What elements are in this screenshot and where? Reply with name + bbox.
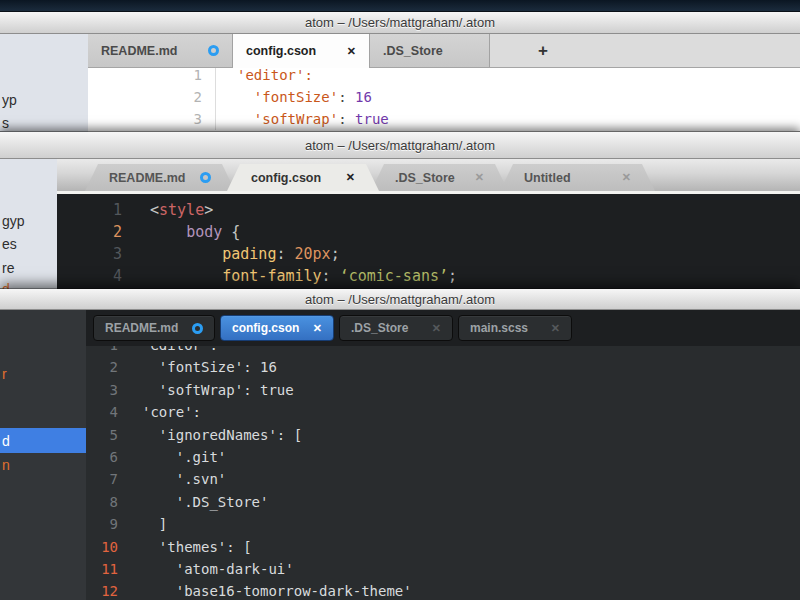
code-text: 'core': [118, 401, 800, 423]
code-line: 4 font-family: ‘comic-sans’; [57, 265, 800, 287]
tab-config-cson[interactable]: config.cson ✕ [233, 34, 370, 68]
editor-pane[interactable]: 1<style>2 body {3 pading: 20px;4 font-fa… [57, 194, 800, 290]
tab-readme-md[interactable]: README.md [85, 164, 235, 191]
line-number: 2 [86, 356, 118, 378]
tab-label: Untitled [524, 171, 571, 185]
tab-label: config.cson [251, 171, 321, 185]
atom-window-middle: atom – /Users/mattgraham/.atom gyp es re… [0, 131, 800, 290]
tab-config-cson[interactable]: config.cson ✕ [227, 164, 379, 191]
code-line: 2 'fontSize': 16 [86, 356, 800, 378]
line-number: 2 [88, 86, 216, 108]
tree-view[interactable]: gyp es re d [0, 159, 57, 290]
line-number: 3 [88, 108, 216, 130]
tab-ds-store[interactable]: .DS_Store ✕ [339, 315, 453, 341]
code-text: 'fontSize': 16 [118, 356, 800, 378]
titlebar[interactable]: atom – /Users/mattgraham/.atom [0, 132, 800, 159]
tab-bar: README.md config.cson ✕ .DS_Store ✕ main… [86, 310, 800, 346]
tab-readme-md[interactable]: README.md [88, 34, 233, 67]
atom-window-top: atom – /Users/mattgraham/.atom yp s READ… [0, 11, 800, 136]
code-line: 3 pading: 20px; [57, 243, 800, 265]
tab-untitled[interactable]: Untitled ✕ [500, 164, 655, 191]
line-number: 1 [86, 346, 118, 356]
window-title: atom – /Users/mattgraham/.atom [305, 292, 495, 307]
tab-label: main.scss [470, 321, 528, 335]
tab-main-scss[interactable]: main.scss ✕ [458, 315, 572, 341]
line-number: 8 [86, 491, 118, 513]
code-text: 'softWrap': true [216, 108, 800, 130]
code-line: 7 '.svn' [86, 468, 800, 490]
code-line: 4'core': [86, 401, 800, 423]
tree-view[interactable]: r d n [0, 310, 86, 600]
tab-label: .DS_Store [351, 321, 408, 335]
tree-item-label: d [2, 433, 10, 449]
tab-label: .DS_Store [383, 44, 443, 58]
tree-item[interactable]: yp [2, 92, 17, 108]
code-text: 'ignoredNames': [ [118, 424, 800, 446]
code-text: 'themes': [ [118, 536, 800, 558]
tab-label: .DS_Store [395, 171, 455, 185]
tab-bar: README.md config.cson ✕ .DS_Store + [88, 34, 800, 68]
new-tab-button[interactable]: + [538, 41, 548, 61]
tab-readme-md[interactable]: README.md [93, 315, 215, 341]
tab-label: README.md [101, 44, 177, 58]
tab-label: README.md [109, 171, 185, 185]
editor-pane[interactable]: 1'editor':2 'fontSize': 163 'softWrap': … [86, 346, 800, 600]
code-text: 'editor': [216, 68, 800, 86]
tab-config-cson[interactable]: config.cson ✕ [220, 315, 334, 341]
tree-view[interactable]: yp s [0, 34, 88, 136]
tree-item-modified[interactable]: r [2, 366, 7, 382]
tab-ds-store[interactable]: .DS_Store ✕ [371, 164, 508, 191]
line-number: 4 [86, 401, 118, 423]
close-icon[interactable]: ✕ [347, 45, 356, 58]
close-icon[interactable]: ✕ [432, 322, 441, 335]
code-text: 'base16-tomorrow-dark-theme' [118, 580, 800, 600]
close-icon[interactable]: ✕ [622, 171, 631, 184]
close-icon[interactable]: ✕ [551, 322, 560, 335]
line-number: 5 [86, 424, 118, 446]
line-number: 10 [86, 536, 118, 558]
tab-ds-store[interactable]: .DS_Store [370, 34, 490, 67]
line-number: 1 [57, 199, 122, 221]
code-line: 3 'softWrap': true [88, 108, 800, 130]
atom-window-bottom: atom – /Users/mattgraham/.atom r d n REA… [0, 288, 800, 600]
code-text: <style> [122, 199, 800, 221]
titlebar[interactable]: atom – /Users/mattgraham/.atom [0, 12, 800, 34]
code-line: 9 ] [86, 513, 800, 535]
code-text: 'fontSize': 16 [216, 86, 800, 108]
tree-item[interactable]: re [2, 260, 14, 276]
line-number: 7 [86, 468, 118, 490]
code-text: font-family: ‘comic-sans’; [122, 265, 800, 287]
line-number: 2 [57, 221, 122, 243]
code-lines: 1'editor':2 'fontSize': 163 'softWrap': … [86, 346, 800, 600]
close-icon[interactable]: ✕ [346, 171, 355, 184]
new-tab-area: + [490, 34, 800, 67]
line-number: 9 [86, 513, 118, 535]
code-text: pading: 20px; [122, 243, 800, 265]
tree-item-selected[interactable]: d [0, 428, 86, 453]
code-text: '.svn' [118, 468, 800, 490]
code-text: 'editor': [118, 346, 800, 356]
line-number: 1 [88, 68, 216, 86]
tree-item-modified[interactable]: n [2, 457, 10, 473]
code-line: 1'editor': [86, 346, 800, 356]
code-line: 3 'softWrap': true [86, 379, 800, 401]
close-icon[interactable]: ✕ [475, 171, 484, 184]
modified-indicator-icon [192, 323, 203, 334]
code-text: 'softWrap': true [118, 379, 800, 401]
tree-item[interactable]: s [2, 115, 9, 131]
titlebar[interactable]: atom – /Users/mattgraham/.atom [0, 289, 800, 310]
editor-pane[interactable]: 1'editor':2 'fontSize': 163 'softWrap': … [88, 68, 800, 136]
code-text: 'atom-dark-ui' [118, 558, 800, 580]
modified-indicator-icon [200, 172, 211, 183]
code-line: 12 'base16-tomorrow-dark-theme' [86, 580, 800, 600]
line-number: 4 [57, 265, 122, 287]
code-text: '.git' [118, 446, 800, 468]
tab-label: config.cson [232, 321, 299, 335]
line-number: 11 [86, 558, 118, 580]
tab-bar: README.md config.cson ✕ .DS_Store ✕ Unti… [57, 159, 800, 191]
tree-item[interactable]: gyp [2, 213, 25, 229]
code-line: 6 '.git' [86, 446, 800, 468]
window-title: atom – /Users/mattgraham/.atom [305, 138, 495, 153]
close-icon[interactable]: ✕ [313, 322, 322, 335]
tree-item[interactable]: es [2, 236, 17, 252]
